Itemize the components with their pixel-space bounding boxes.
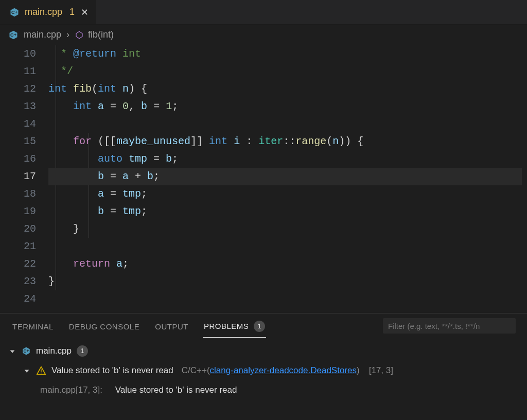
problem-nested-message: Value stored to 'b' is never read <box>115 382 237 398</box>
line-number: 10 <box>0 45 36 63</box>
code-line[interactable]: return a; <box>48 255 522 273</box>
problem-nested-prefix: main.cpp[17, 3]: <box>40 382 102 398</box>
svg-point-3 <box>41 373 42 374</box>
svg-text:C+: C+ <box>24 349 29 354</box>
code-line[interactable]: int a = 0, b = 1; <box>48 98 522 115</box>
tab-bar: C+ main.cpp 1 ✕ <box>0 0 527 25</box>
tab-output[interactable]: OUTPUT <box>154 316 189 336</box>
cpp-file-icon: C+ <box>8 30 19 40</box>
tab-dirty-indicator: 1 <box>69 7 75 18</box>
panel-tab-bar: TERMINAL DEBUG CONSOLE OUTPUT PROBLEMS 1 <box>0 313 527 338</box>
line-number: 18 <box>0 185 36 203</box>
code-line[interactable]: b = tmp; <box>48 203 522 220</box>
problem-message: Value stored to 'b' is never read <box>51 363 173 378</box>
tab-terminal[interactable]: TERMINAL <box>11 316 55 336</box>
code-line[interactable]: } <box>48 273 522 290</box>
editor-tab-main-cpp[interactable]: C+ main.cpp 1 ✕ <box>0 0 96 24</box>
problems-count-badge: 1 <box>254 321 265 332</box>
line-number: 20 <box>0 220 36 238</box>
problem-nested-item[interactable]: main.cpp[17, 3]: Value stored to 'b' is … <box>8 380 519 400</box>
symbol-method-icon <box>75 30 84 40</box>
breadcrumb-file[interactable]: main.cpp <box>24 29 61 40</box>
line-number: 12 <box>0 80 36 98</box>
problem-location: [17, 3] <box>369 363 393 378</box>
line-number: 11 <box>0 63 36 80</box>
svg-rect-4 <box>41 370 42 372</box>
tab-debug-console[interactable]: DEBUG CONSOLE <box>68 316 140 336</box>
line-number: 23 <box>0 273 36 290</box>
code-line[interactable] <box>48 290 522 308</box>
line-number: 17 <box>0 168 36 185</box>
code-line[interactable]: auto tmp = b; <box>48 150 522 168</box>
code-area[interactable]: * @return int */int fib(int n) { int a =… <box>48 45 527 313</box>
line-number: 21 <box>0 238 36 255</box>
line-number: 24 <box>0 290 36 308</box>
code-line[interactable]: b = a + b; <box>48 168 522 185</box>
chevron-down-icon[interactable] <box>8 347 16 356</box>
code-line[interactable]: int fib(int n) { <box>48 80 522 98</box>
tab-filename: main.cpp <box>25 7 62 18</box>
file-problem-count-badge: 1 <box>77 345 88 357</box>
cpp-file-icon: C+ <box>9 7 20 18</box>
code-line[interactable]: } <box>48 220 522 238</box>
line-number: 13 <box>0 98 36 115</box>
code-line[interactable]: a = tmp; <box>48 185 522 203</box>
problem-item[interactable]: Value stored to 'b' is never read C/C++(… <box>8 361 519 380</box>
breadcrumb[interactable]: C+ main.cpp › fib(int) <box>0 25 527 45</box>
line-number: 16 <box>0 150 36 168</box>
line-number: 14 <box>0 115 36 133</box>
problems-filter-input[interactable] <box>383 318 516 334</box>
code-line[interactable]: for ([[maybe_unused]] int i : iter::rang… <box>48 133 522 150</box>
close-icon[interactable]: ✕ <box>81 7 89 18</box>
line-number-gutter: 101112131415161718192021222324 <box>0 45 48 313</box>
line-number: 22 <box>0 255 36 273</box>
code-editor[interactable]: 101112131415161718192021222324 * @return… <box>0 45 527 313</box>
svg-text:C+: C+ <box>10 32 16 38</box>
bottom-panel: TERMINAL DEBUG CONSOLE OUTPUT PROBLEMS 1… <box>0 313 527 420</box>
problem-source: C/C++ <box>182 365 207 375</box>
svg-text:C+: C+ <box>11 10 17 15</box>
code-line[interactable]: * @return int <box>48 45 522 63</box>
problems-list: C+ main.cpp 1 Value stored to 'b' is nev… <box>0 338 527 400</box>
problems-file-row[interactable]: C+ main.cpp 1 <box>8 341 519 361</box>
breadcrumb-symbol[interactable]: fib(int) <box>75 29 114 40</box>
tab-problems[interactable]: PROBLEMS 1 <box>203 314 266 338</box>
code-line[interactable]: */ <box>48 63 522 80</box>
warning-icon <box>36 365 46 376</box>
problems-file-name: main.cpp <box>36 343 72 359</box>
code-line[interactable] <box>48 115 522 133</box>
problem-rule-link[interactable]: clang-analyzer-deadcode.DeadStores <box>210 365 357 375</box>
line-number: 15 <box>0 133 36 150</box>
code-line[interactable] <box>48 238 522 255</box>
cpp-file-icon: C+ <box>22 346 31 356</box>
chevron-right-icon: › <box>66 29 69 40</box>
chevron-down-icon[interactable] <box>23 367 31 375</box>
line-number: 19 <box>0 203 36 220</box>
